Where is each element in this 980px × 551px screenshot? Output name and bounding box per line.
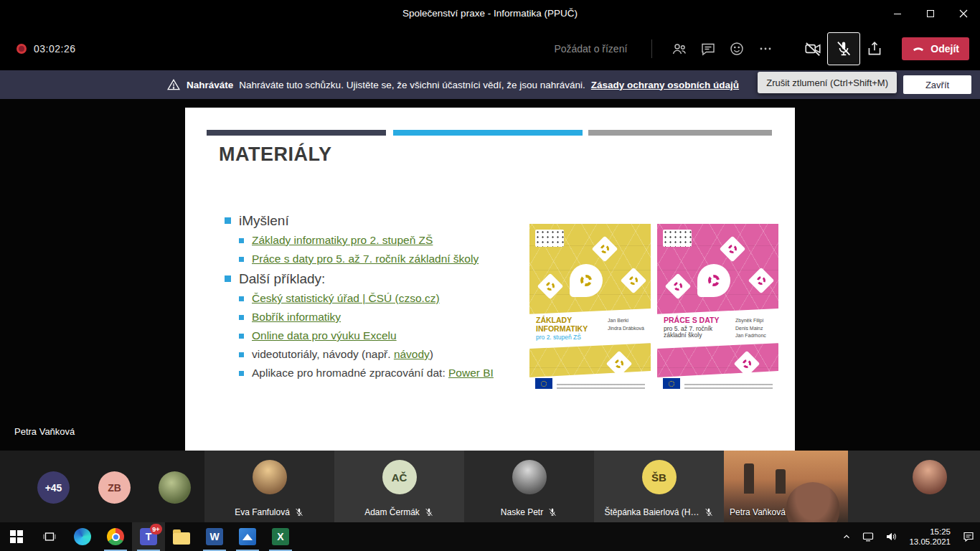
participant-avatar-photo[interactable] <box>159 471 191 504</box>
taskbar-clock[interactable]: 15:25 13.05.2021 <box>903 527 957 547</box>
minimize-icon[interactable] <box>881 0 914 27</box>
book-pattern <box>657 224 778 392</box>
request-control-label[interactable]: Požádat o řízení <box>554 43 627 55</box>
mic-off-button[interactable] <box>827 32 860 65</box>
teams-app-icon[interactable]: T 9+ <box>132 522 165 551</box>
action-center-button[interactable] <box>957 522 980 551</box>
start-button[interactable] <box>0 522 33 551</box>
speaker-icon <box>885 530 897 543</box>
avatar <box>512 460 547 494</box>
slide-hyperlink[interactable]: Základy informatiky pro 2. stupeň ZŠ <box>252 234 433 247</box>
video-background <box>776 469 786 494</box>
book-author: Jan Berki <box>608 317 645 325</box>
list-item: Aplikace pro hromadné zpracování dat: Po… <box>239 366 533 380</box>
clock-time: 15:25 <box>909 527 951 537</box>
task-view-icon <box>42 529 57 545</box>
slide-hyperlink[interactable]: návody <box>394 348 430 360</box>
participant-tile-partial[interactable] <box>848 451 980 522</box>
slide-hyperlink[interactable]: Power BI <box>448 367 494 379</box>
bullet-icon <box>239 371 244 376</box>
close-icon[interactable] <box>947 0 980 27</box>
chat-button[interactable] <box>694 34 722 63</box>
task-view-button[interactable] <box>33 522 66 551</box>
progress-bar-cyan <box>393 130 583 136</box>
slide-hyperlink[interactable]: Bobřík informatiky <box>252 311 341 324</box>
more-options-button[interactable] <box>751 34 780 63</box>
avatar-initials: AČ <box>382 460 417 494</box>
dots-decoration <box>535 230 564 247</box>
teams-meeting-window: Společenství praxe - Informatika (PPUČ) … <box>0 0 980 551</box>
book-title: PRÁCE S DATY <box>664 316 731 324</box>
list-item-prefix: Aplikace pro hromadné zpracování dat: <box>252 367 448 379</box>
head-silhouette-icon <box>697 264 730 297</box>
file-explorer-icon[interactable] <box>165 522 198 551</box>
list-item-prefix: videotutoriály, návody (např. <box>252 348 394 360</box>
video-person <box>786 482 839 522</box>
word-app-icon[interactable]: W <box>198 522 231 551</box>
mic-off-icon <box>547 507 557 517</box>
reactions-icon <box>728 40 745 57</box>
book-title: ZÁKLADY INFORMATIKY <box>536 316 603 333</box>
list-item: iMyšlení <box>225 212 533 229</box>
camera-off-button[interactable] <box>798 34 827 63</box>
overflow-participants-badge[interactable]: +45 <box>37 471 70 504</box>
meeting-timer: 03:02:26 <box>34 43 76 55</box>
list-item-text: iMyšlení <box>239 213 289 229</box>
list-item: Český statistický úřad | ČSÚ (czso.cz) <box>239 291 533 306</box>
participant-tile-eva[interactable]: Eva Fanfulová <box>204 451 334 522</box>
people-icon <box>671 40 688 57</box>
chrome-browser-icon[interactable] <box>99 522 132 551</box>
slide-hyperlink[interactable]: Český statistický úřad | ČSÚ (czso.cz) <box>252 292 440 305</box>
head-silhouette-icon <box>570 264 603 297</box>
chevron-up-icon <box>842 532 852 542</box>
list-item: Bobřík informatiky <box>239 310 533 324</box>
windows-logo-icon <box>10 530 23 543</box>
avatar <box>913 460 947 494</box>
share-screen-button[interactable] <box>860 34 889 63</box>
window-controls <box>881 0 980 27</box>
device-controls: Odejít <box>798 32 969 65</box>
maximize-icon[interactable] <box>914 0 947 27</box>
recording-indicator-icon <box>17 44 27 54</box>
avatar <box>253 460 287 494</box>
list-item: Další příklady: <box>225 270 533 287</box>
slide-progress-bars <box>207 130 772 136</box>
volume-button[interactable] <box>880 522 903 551</box>
banner-close-button[interactable]: Zavřít <box>903 75 971 94</box>
bullet-icon <box>239 352 244 357</box>
bullet-icon <box>239 296 244 301</box>
participant-name: Adam Čermák <box>364 507 420 517</box>
participant-avatar-zb[interactable]: ZB <box>98 471 131 504</box>
book-author: Jan Fadrhonc <box>735 332 773 340</box>
edge-browser-icon[interactable] <box>66 522 99 551</box>
list-item-text: videotutoriály, návody (např. návody) <box>252 348 433 361</box>
meeting-toolbar: 03:02:26 Požádat o řízení <box>0 27 980 70</box>
slide-hyperlink[interactable]: Online data pro výuku Excelu <box>252 329 397 342</box>
participant-tile-stepanka[interactable]: ŠB Štěpánka Baierlová (H… <box>594 451 724 522</box>
slide-title: MATERIÁLY <box>219 143 332 166</box>
notification-badge: 9+ <box>150 524 162 534</box>
list-item-text: Další příklady: <box>239 271 325 287</box>
bullet-icon <box>225 217 231 224</box>
book-author: Zbyněk Filipi <box>735 317 773 325</box>
avatar-initials: ŠB <box>642 460 677 494</box>
leave-button[interactable]: Odejít <box>902 37 969 60</box>
slide-hyperlink[interactable]: Práce s daty pro 5. až 7. ročník základn… <box>252 253 479 265</box>
reactions-button[interactable] <box>722 34 751 63</box>
presenter-name-label: Petra Vaňková <box>14 426 75 437</box>
network-button[interactable] <box>857 522 880 551</box>
hidden-icons-button[interactable] <box>837 522 857 551</box>
leave-button-label: Odejít <box>930 43 959 55</box>
window-titlebar: Společenství praxe - Informatika (PPUČ) <box>0 0 980 27</box>
participant-tile-naske[interactable]: Naske Petr <box>464 451 594 522</box>
list-item: Základy informatiky pro 2. stupeň ZŠ <box>239 233 533 248</box>
participants-button[interactable] <box>665 34 694 63</box>
participant-tile-petra-video[interactable]: Petra Vaňková <box>724 451 848 522</box>
participant-tile-adam[interactable]: AČ Adam Čermák <box>334 451 464 522</box>
publisher-logo <box>684 382 773 389</box>
toolbar-divider <box>651 39 652 58</box>
blue-app-icon[interactable] <box>231 522 264 551</box>
privacy-policy-link[interactable]: Zásady ochrany osobních údajů <box>591 80 739 90</box>
chat-icon <box>699 40 717 57</box>
excel-app-icon[interactable]: X <box>264 522 297 551</box>
